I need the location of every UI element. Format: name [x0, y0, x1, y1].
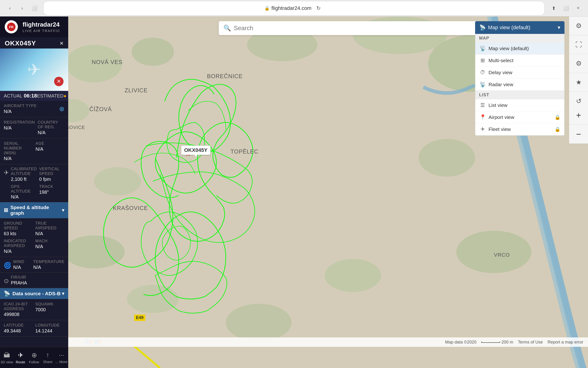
favorites-button[interactable]: ★ [569, 73, 588, 92]
logo-text-area: flightradar24 LIVE AIR TRAFFIC [23, 21, 60, 33]
wind-icon: 🌀 [4, 262, 11, 269]
zoom-out-button[interactable]: − [569, 125, 588, 144]
search-input[interactable] [234, 25, 473, 32]
data-source-section[interactable]: 📡 Data source - ADS-B ▾ [0, 288, 68, 299]
fleet-view-item[interactable]: ✈ Fleet view 🔒 [475, 123, 564, 135]
svg-point-13 [325, 259, 381, 292]
road-marker-e49: E49 [134, 314, 145, 321]
speed-graph-header-left: ⊞ Speed & altitude graph [4, 205, 62, 216]
registration-label: REGISTRATION [4, 120, 35, 125]
list-view-item[interactable]: ☰ List view [475, 99, 564, 111]
fullscreen-button[interactable]: ⛶ [569, 35, 588, 54]
sidebar: FR flightradar24 LIVE AIR TRAFFIC OKX045… [0, 17, 68, 368]
back-button[interactable]: ‹ [5, 3, 15, 13]
svg-point-9 [94, 167, 141, 195]
longitude-item: LONGITUDE 14.1244 [35, 323, 64, 334]
share-window-button[interactable]: ⬆ [548, 3, 559, 13]
svg-point-10 [63, 235, 125, 268]
add-type-btn[interactable]: ⊕ [59, 104, 64, 114]
map-zoom-controls: + − [569, 106, 588, 144]
follow-label: Follow [29, 360, 39, 364]
estimated-label: ESTIMATED [37, 93, 63, 99]
url-bar[interactable]: 🔒 flightradar24.com ↻ [43, 1, 545, 16]
share-icon: ↑ [46, 351, 49, 359]
speed-graph-chevron: ▾ [62, 207, 64, 213]
multi-select-label: Multi-select [489, 58, 513, 63]
indicated-as-item: INDICATED AIRSPEED N/A [4, 239, 33, 254]
mach-label: MACH [35, 239, 64, 243]
data-source-icon: 📡 [4, 291, 10, 297]
temperature-label: TEMPERATURE [33, 259, 64, 264]
age-label: AGE [35, 141, 64, 146]
scale-line [481, 341, 500, 343]
vertical-speed-label: VERTICAL SPEED [39, 167, 65, 176]
terms-of-use-link[interactable]: Terms of Use [518, 340, 543, 345]
airport-view-label: Airport view [489, 114, 514, 120]
airport-lock-icon: 🔒 [555, 114, 561, 120]
tab-overview-button[interactable]: ⬜ [29, 3, 40, 13]
reload-button[interactable]: ↻ [313, 3, 324, 13]
nav-follow[interactable]: ⊕ Follow [27, 347, 41, 368]
lock-icon: 🔒 [264, 6, 270, 11]
forward-button[interactable]: › [17, 3, 27, 13]
view-3d-label: 3D view [0, 360, 13, 364]
data-source-chevron: ▾ [62, 291, 64, 297]
app-name: flightradar24 [23, 21, 60, 28]
track-label: TRACK [39, 184, 65, 189]
delay-view-item[interactable]: ⏱ Delay view [475, 67, 564, 79]
search-icon: 🔍 [223, 25, 231, 32]
fleet-view-left: ✈ Fleet view [479, 126, 511, 132]
nav-more[interactable]: ··· ... More [54, 347, 68, 368]
list-view-left: ☰ List view [479, 102, 508, 108]
speed-graph-section[interactable]: ⊞ Speed & altitude graph ▾ [0, 202, 68, 218]
ground-speed-item: GROUND SPEED 63 kts [4, 221, 33, 236]
new-tab-button[interactable]: + [573, 3, 583, 13]
map-data-text: Map data ©2020 [445, 340, 476, 345]
search-bar[interactable]: 🔍 [219, 21, 477, 35]
window-resize-button[interactable]: ⬜ [561, 3, 571, 13]
mach-item: MACH N/A [35, 239, 64, 254]
lat-lon-grid: LATITUDE 49.3448 LONGITUDE 14.1244 [0, 320, 68, 337]
plus-icon[interactable]: ⊕ [59, 105, 64, 113]
gps-alt-label: GPS ALTITUDE [11, 184, 37, 194]
multi-select-icon: ⊞ [479, 57, 486, 64]
zoom-in-button[interactable]: + [569, 106, 588, 125]
airport-view-left: 📍 Airport view [479, 114, 514, 120]
map-controls-right: ⚙ ⛶ ⚙ ★ ↺ [569, 17, 588, 111]
actual-time: 06:18 [24, 93, 37, 99]
latitude-item: LATITUDE 49.3448 [4, 323, 33, 334]
aircraft-type-item: AIRCRAFT TYPE N/A [4, 104, 56, 114]
latitude-value: 49.3448 [4, 328, 33, 334]
view-dropdown-header[interactable]: 📡 Map view (default) ▾ [475, 21, 564, 34]
aircraft-tooltip: OKX045Y [181, 146, 211, 155]
close-flight-button[interactable]: × [60, 40, 63, 47]
airport-view-item[interactable]: 📍 Airport view 🔒 [475, 111, 564, 123]
mach-value: N/A [35, 244, 64, 249]
map-view-item[interactable]: 📡 Map view (default) [475, 43, 564, 55]
nav-route[interactable]: ✈ Route [14, 347, 27, 368]
radar-view-left: 📡 Radar view [479, 82, 513, 88]
nav-share[interactable]: ↑ Share [41, 347, 54, 368]
time-bar: ACTUAL 06:18 ESTIMATED ● 06:40 [0, 91, 68, 101]
nav-3d-view[interactable]: 🏔 3D view [0, 347, 14, 368]
longitude-label: LONGITUDE [35, 323, 64, 328]
flight-id: OKX045Y [5, 40, 36, 47]
icao-item: ICAO 24-BIT ADDRESS 499808 [4, 302, 33, 317]
serial-age-grid: SERIAL NUMBER (MSN) N/A AGE N/A [0, 138, 68, 164]
filter-button[interactable]: ⚙ [569, 54, 588, 73]
report-map-error-link[interactable]: Report a map error [548, 340, 583, 345]
country-label: COUNTRY OF REG. [38, 120, 64, 129]
fleet-icon: ✈ [479, 126, 486, 132]
temperature-value: N/A [33, 265, 64, 270]
radar-view-item[interactable]: 📡 Radar view [475, 79, 564, 91]
view-dropdown: 📡 Map view (default) ▾ MAP 📡 Map view (d… [475, 21, 564, 136]
settings-button[interactable]: ⚙ [569, 17, 588, 35]
more-icon: ··· [59, 351, 64, 359]
map-view-label: Map view (default) [489, 46, 529, 51]
fir-item: FIR/UIR PRAHA [11, 275, 27, 285]
fleet-lock-icon: 🔒 [555, 126, 561, 132]
svg-text:FR: FR [9, 25, 14, 29]
multi-select-item[interactable]: ⊞ Multi-select [475, 55, 564, 67]
report-text: Report a map error [548, 340, 583, 344]
scale-text: 200 m [501, 340, 513, 345]
